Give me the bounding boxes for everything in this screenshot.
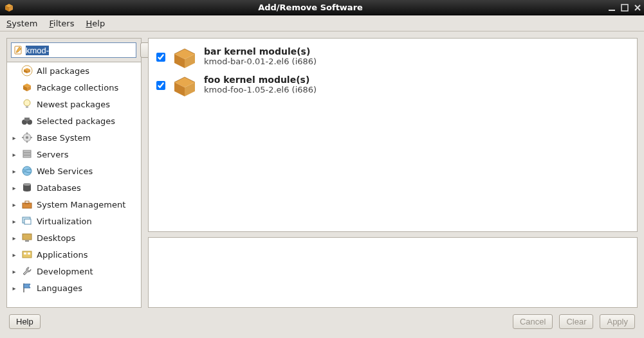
database-icon: [21, 182, 33, 193]
cat-newest-packages[interactable]: ▸ Newest packages: [7, 96, 141, 112]
cat-base-system[interactable]: ▸ Base System: [7, 129, 141, 146]
svg-rect-15: [23, 150, 31, 152]
expander-icon[interactable]: ▸: [11, 251, 17, 258]
app-window: Add/Remove Software System Filters Help …: [0, 0, 644, 338]
cat-label: Newest packages: [37, 100, 110, 109]
cat-web-services[interactable]: ▸ Web Services: [7, 163, 141, 179]
cat-system-management[interactable]: ▸ System Management: [7, 196, 141, 213]
top-zone: Find ▸ All packages ▸ Package collection…: [6, 38, 638, 308]
cat-label: Applications: [37, 250, 87, 260]
footer: Help Cancel Clear Apply: [6, 314, 638, 332]
maximize-button[interactable]: [618, 2, 631, 13]
app-icon: [3, 1, 15, 14]
package-text: foo kernel module(s) kmod-foo-1.05-2.el6…: [204, 75, 317, 94]
expander-icon[interactable]: ▸: [11, 218, 17, 225]
clear-button[interactable]: Clear: [559, 314, 593, 329]
search-input[interactable]: [26, 44, 134, 57]
svg-rect-1: [621, 4, 628, 11]
cat-label: Desktops: [37, 233, 75, 243]
cat-servers[interactable]: ▸ Servers: [7, 146, 141, 163]
apps-icon: [21, 249, 33, 260]
menu-system[interactable]: System: [4, 17, 41, 30]
box-circle-icon: [21, 65, 33, 76]
svg-rect-24: [24, 219, 31, 224]
svg-rect-26: [25, 240, 29, 242]
cat-label: Base System: [37, 133, 91, 143]
expander-icon[interactable]: ▸: [11, 168, 17, 175]
expander-icon[interactable]: ▸: [11, 268, 17, 275]
main-panel: bar kernel module(s) kmod-bar-0.01-2.el6…: [148, 38, 638, 308]
package-checkbox[interactable]: [156, 53, 165, 62]
cat-label: Servers: [37, 150, 68, 159]
cat-virtualization[interactable]: ▸ Virtualization: [7, 213, 141, 229]
package-row[interactable]: bar kernel module(s) kmod-bar-0.01-2.el6…: [155, 44, 630, 72]
gear-icon: [21, 132, 33, 143]
package-name: foo kernel module(s): [204, 75, 317, 85]
cat-desktops[interactable]: ▸ Desktops: [7, 229, 141, 246]
bulb-icon: [21, 98, 33, 110]
svg-rect-8: [24, 118, 30, 121]
cat-languages[interactable]: ▸ Languages: [7, 280, 141, 296]
package-box-icon: [172, 75, 198, 98]
package-checkbox[interactable]: [156, 81, 165, 90]
help-button[interactable]: Help: [9, 314, 41, 329]
close-button[interactable]: [631, 2, 644, 13]
globe-icon: [21, 165, 33, 177]
svg-rect-29: [28, 253, 30, 254]
package-text: bar kernel module(s) kmod-bar-0.01-2.el6…: [204, 46, 317, 66]
detail-panel: [148, 237, 638, 308]
apply-button[interactable]: Apply: [600, 314, 635, 329]
wrench-icon: [21, 265, 33, 277]
cat-label: Development: [37, 267, 93, 276]
search-row: Find: [7, 39, 141, 62]
help-underline: H: [16, 317, 22, 326]
cat-label: Languages: [37, 283, 82, 293]
package-version: kmod-bar-0.01-2.el6 (i686): [204, 57, 317, 66]
svg-point-20: [23, 183, 31, 186]
svg-rect-25: [23, 234, 32, 240]
expander-icon[interactable]: ▸: [11, 201, 17, 208]
svg-rect-5: [26, 106, 28, 108]
menu-help[interactable]: Help: [83, 17, 107, 30]
cancel-button[interactable]: Cancel: [513, 314, 553, 329]
package-version: kmod-foo-1.05-2.el6 (i686): [204, 85, 317, 94]
cat-label: All packages: [37, 66, 89, 76]
flag-icon: [21, 282, 33, 294]
vm-icon: [21, 215, 33, 227]
expander-icon[interactable]: ▸: [11, 151, 17, 158]
cat-label: Web Services: [37, 166, 93, 176]
expander-icon[interactable]: ▸: [11, 184, 17, 191]
expander-icon[interactable]: ▸: [11, 235, 17, 242]
body: Find ▸ All packages ▸ Package collection…: [0, 31, 644, 338]
svg-rect-17: [23, 156, 31, 157]
toolbox-icon: [21, 199, 33, 210]
svg-point-10: [26, 136, 28, 139]
cat-package-collections[interactable]: ▸ Package collections: [7, 79, 141, 96]
server-icon: [21, 148, 33, 160]
expander-icon[interactable]: ▸: [11, 134, 17, 141]
cat-label: Package collections: [37, 83, 118, 93]
cat-all-packages[interactable]: ▸ All packages: [7, 62, 141, 79]
package-row[interactable]: foo kernel module(s) kmod-foo-1.05-2.el6…: [155, 72, 630, 100]
cat-label: Selected packages: [37, 116, 115, 126]
cat-applications[interactable]: ▸ Applications: [7, 246, 141, 263]
menubar: System Filters Help: [0, 15, 644, 31]
package-name: bar kernel module(s): [204, 46, 317, 57]
cat-development[interactable]: ▸ Development: [7, 263, 141, 280]
binoculars-icon: [21, 115, 33, 127]
titlebar: Add/Remove Software: [0, 0, 644, 15]
box-icon: [21, 82, 33, 93]
cat-label: Virtualization: [37, 217, 92, 226]
cat-databases[interactable]: ▸ Databases: [7, 179, 141, 196]
desktop-icon: [21, 232, 33, 244]
expander-icon[interactable]: ▸: [11, 285, 17, 292]
category-list[interactable]: ▸ All packages ▸ Package collections ▸ N…: [7, 62, 141, 307]
svg-point-4: [24, 100, 30, 106]
cat-selected-packages[interactable]: ▸ Selected packages: [7, 112, 141, 129]
edit-icon: [14, 45, 24, 55]
package-box-icon: [172, 46, 198, 69]
package-list[interactable]: bar kernel module(s) kmod-bar-0.01-2.el6…: [148, 38, 638, 232]
search-field-container: [11, 42, 136, 58]
minimize-button[interactable]: [605, 2, 618, 13]
menu-filters[interactable]: Filters: [47, 17, 77, 30]
